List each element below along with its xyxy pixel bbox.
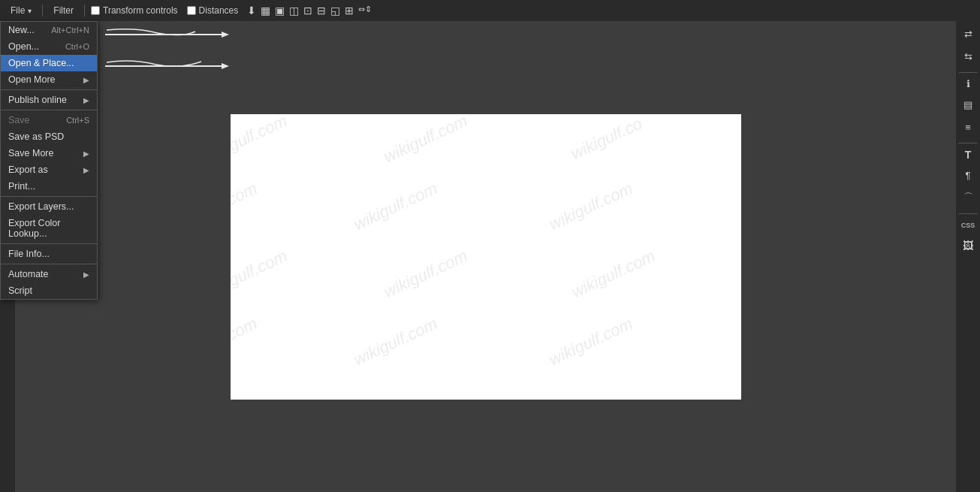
right-tool-menu[interactable]: ≡ xyxy=(958,117,978,137)
filter-label[interactable]: Filter xyxy=(49,4,78,17)
watermark-1: wikigulf.com xyxy=(381,114,471,167)
menu-item-arrow-export-as: ▶ xyxy=(83,166,89,174)
grid-icon-7[interactable]: ⊞ xyxy=(345,5,354,17)
menu-item-print[interactable]: Print... xyxy=(1,178,97,195)
distances-group: Distances xyxy=(187,5,239,16)
menu-separator-sep2 xyxy=(1,110,97,110)
menu-item-publish-online[interactable]: Publish online▶ xyxy=(1,92,97,108)
distances-label: Distances xyxy=(199,5,239,16)
menu-item-script[interactable]: Script xyxy=(1,282,97,299)
transform-controls-checkbox[interactable] xyxy=(91,6,100,15)
file-dropdown-arrow: ▾ xyxy=(28,7,32,15)
watermark-11: wikigulf.com xyxy=(546,313,636,369)
menu-item-save-more[interactable]: Save More▶ xyxy=(1,145,97,161)
canvas-area: wikigulf.comwikigulf.comwikigulf.cowikig… xyxy=(15,21,956,492)
file-label: File xyxy=(11,5,25,16)
menu-item-file-info[interactable]: File Info... xyxy=(1,246,97,262)
toolbar-sep-2 xyxy=(84,5,85,17)
watermark-7: wikigulf.com xyxy=(381,246,471,301)
menu-separator-sep3 xyxy=(1,196,97,197)
top-toolbar: File ▾ Filter Transform controls Distanc… xyxy=(0,0,980,21)
menu-item-save: SaveCtrl+S xyxy=(1,112,97,128)
menu-item-label-publish-online: Publish online xyxy=(8,95,67,105)
watermark-3: wikigulf.com xyxy=(231,178,261,234)
menu-separator-sep5 xyxy=(1,264,97,264)
file-menu-trigger[interactable]: File ▾ xyxy=(6,4,36,17)
right-tool-curve[interactable]: ⌒ xyxy=(958,188,978,207)
size-icon[interactable]: ⇔⇕ xyxy=(358,5,372,17)
menu-item-new[interactable]: New...Alt+Ctrl+N xyxy=(1,22,97,38)
menu-item-export-layers[interactable]: Export Layers... xyxy=(1,198,97,215)
grid-icon-3[interactable]: ◫ xyxy=(289,5,299,17)
menu-separator-sep1 xyxy=(1,89,97,90)
menu-separator-sep4 xyxy=(1,243,97,244)
watermark-0: wikigulf.com xyxy=(231,114,291,167)
toolbar-icons: ⬇ ▦ ▣ ◫ ⊡ ⊟ ◱ ⊞ ⇔⇕ xyxy=(247,5,372,17)
menu-item-label-script: Script xyxy=(8,285,32,296)
menu-item-label-save-psd: Save as PSD xyxy=(8,131,64,142)
menu-item-arrow-publish-online: ▶ xyxy=(83,96,89,104)
watermark-4: wikigulf.com xyxy=(351,178,441,234)
watermark-10: wikigulf.com xyxy=(351,313,441,369)
menu-item-label-save-more: Save More xyxy=(8,148,53,158)
grid-icon-1[interactable]: ▦ xyxy=(261,5,270,17)
menu-item-label-save: Save xyxy=(8,115,30,125)
watermark-9: wikigulf.com xyxy=(231,313,261,369)
grid-icon-4[interactable]: ⊡ xyxy=(303,5,312,17)
menu-item-shortcut-save: Ctrl+S xyxy=(66,116,89,125)
menu-item-shortcut-open: Ctrl+O xyxy=(65,42,89,51)
watermark-6: wikigulf.com xyxy=(231,246,291,301)
file-dropdown-menu: New...Alt+Ctrl+NOpen...Ctrl+OOpen & Plac… xyxy=(0,21,98,300)
menu-item-open-more[interactable]: Open More▶ xyxy=(1,71,97,88)
menu-item-arrow-open-more: ▶ xyxy=(83,76,89,84)
right-tool-text[interactable]: T xyxy=(958,143,978,162)
canvas-document: wikigulf.comwikigulf.comwikigulf.cowikig… xyxy=(231,114,741,400)
menu-item-label-export-color-lookup: Export Color Lookup... xyxy=(8,218,89,239)
grid-icon-6[interactable]: ◱ xyxy=(330,5,340,17)
distances-checkbox[interactable] xyxy=(187,6,196,15)
right-tool-image[interactable]: 🖼 xyxy=(958,236,978,255)
menu-item-open[interactable]: Open...Ctrl+O xyxy=(1,38,97,55)
right-tool-layers[interactable]: ▤ xyxy=(958,95,978,114)
right-tool-swap2[interactable]: ⇆ xyxy=(958,47,978,66)
menu-item-label-open-place: Open & Place... xyxy=(8,58,74,68)
menu-item-label-file-info: File Info... xyxy=(8,249,50,259)
menu-item-label-export-layers: Export Layers... xyxy=(8,201,74,212)
watermark-2: wikigulf.co xyxy=(568,114,645,164)
menu-item-export-as[interactable]: Export as▶ xyxy=(1,161,97,178)
right-tool-css[interactable]: CSS xyxy=(958,213,978,233)
right-tool-paragraph[interactable]: ¶ xyxy=(958,165,978,185)
menu-item-label-export-as: Export as xyxy=(8,165,48,175)
download-icon[interactable]: ⬇ xyxy=(247,5,256,17)
watermark-8: wikigulf.com xyxy=(568,246,659,301)
menu-item-shortcut-new: Alt+Ctrl+N xyxy=(51,26,89,35)
watermark-5: wikigulf.com xyxy=(546,178,636,234)
menu-item-label-automate: Automate xyxy=(8,269,49,279)
menu-item-export-color-lookup[interactable]: Export Color Lookup... xyxy=(1,215,97,242)
menu-item-automate[interactable]: Automate▶ xyxy=(1,266,97,282)
menu-item-save-psd[interactable]: Save as PSD xyxy=(1,128,97,145)
grid-icon-5[interactable]: ⊟ xyxy=(317,5,326,17)
right-tool-info[interactable]: ℹ xyxy=(958,72,978,92)
menu-item-label-new: New... xyxy=(8,25,35,35)
transform-controls-label: Transform controls xyxy=(103,5,178,16)
menu-item-label-print: Print... xyxy=(8,181,35,192)
menu-item-label-open: Open... xyxy=(8,41,39,52)
right-tool-swap[interactable]: ⇄ xyxy=(958,24,978,44)
menu-item-label-open-more: Open More xyxy=(8,74,56,85)
toolbar-sep-1 xyxy=(42,5,43,17)
menu-item-open-place[interactable]: Open & Place... xyxy=(1,55,97,71)
right-sidebar: ⇄ ⇆ ℹ ▤ ≡ T ¶ ⌒ CSS 🖼 xyxy=(956,21,980,492)
menu-item-arrow-automate: ▶ xyxy=(83,270,89,279)
transform-controls-group: Transform controls xyxy=(91,5,178,16)
grid-icon-2[interactable]: ▣ xyxy=(275,5,285,17)
menu-item-arrow-save-more: ▶ xyxy=(83,149,89,158)
